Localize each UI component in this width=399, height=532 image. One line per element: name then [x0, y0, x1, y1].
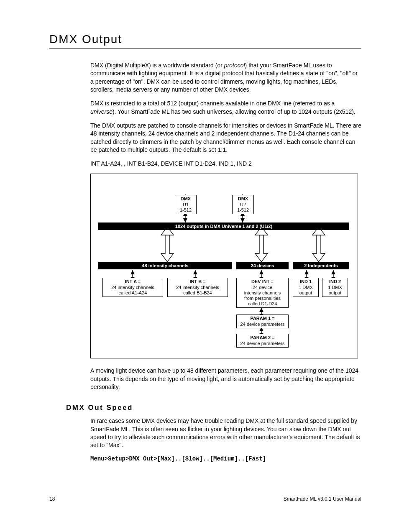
ind2-l2: output: [329, 290, 342, 295]
svg-marker-16: [259, 270, 263, 274]
param1-l: 24 device parameters: [240, 322, 285, 327]
svg-marker-10: [312, 235, 325, 262]
dev-int-l3: from personalities: [244, 296, 281, 301]
dmx-u1-l3: 1-512: [180, 207, 192, 212]
svg-marker-22: [259, 308, 263, 312]
svg-marker-14: [193, 270, 197, 274]
dev-int-l4: called D1-D24: [248, 301, 277, 306]
bar-48-intensity: 48 intensity channels: [98, 262, 232, 269]
bar-24-devices: 24 devices: [236, 262, 289, 269]
title-rule: [49, 49, 361, 49]
box-int-a: INT A = 24 intensity channels called A1-…: [102, 278, 163, 297]
box-dmx-u1: DMX U1 1-512: [175, 195, 197, 214]
paragraph-3: The DMX outputs are patched to console c…: [90, 122, 361, 154]
box-dev-int: DEV INT = 24 device intensity channels f…: [236, 278, 289, 308]
dev-int-title: DEV INT =: [251, 279, 274, 284]
bar-1024-outputs: 1024 outputs in DMX Universe 1 and 2 (U1…: [98, 223, 349, 230]
p1-italic: protocol: [224, 62, 245, 69]
paragraph-2: DMX is restricted to a total of 512 (out…: [90, 100, 361, 116]
p2-italic: universe: [90, 108, 113, 115]
box-param-2: PARAM 2 = 24 device parameters: [236, 334, 289, 347]
paragraph-4: INT A1-A24, , INT B1-B24, DEVICE INT D1-…: [90, 160, 361, 168]
box-dmx-u2: DMX U2 1-512: [232, 195, 254, 214]
param1-title: PARAM 1 =: [250, 316, 274, 321]
ind1-title: IND 1: [300, 279, 312, 284]
footer-manual-name: SmartFade ML v3.0.1 User Manual: [284, 496, 361, 502]
page-title: DMX Output: [49, 33, 361, 46]
svg-marker-18: [304, 270, 309, 274]
int-a-l2: called A1-A24: [119, 290, 147, 295]
int-b-title: INT B =: [189, 279, 205, 284]
dmx-u2-l2: U2: [240, 202, 246, 207]
dmx-u1-l1: DMX: [181, 196, 191, 201]
int-b-l2: called B1-B24: [183, 290, 212, 295]
box-param-1: PARAM 1 = 24 device parameters: [236, 315, 289, 328]
dmx-u2-l3: 1-512: [237, 207, 249, 212]
paragraph-5: A moving light device can have up to 48 …: [90, 367, 361, 391]
dmx-u1-l2: U1: [183, 202, 189, 207]
paragraph-1: DMX (Digital MultipleX) is a worldwide s…: [90, 61, 361, 94]
paragraph-6: In rare cases some DMX devices may have …: [90, 417, 361, 449]
subheading-dmx-out-speed: DMX Out Speed: [66, 404, 361, 412]
p2-b: ). Your SmartFade ML has two such univer…: [113, 108, 356, 115]
dmx-diagram: DMX U1 1-512 DMX U2 1-512 1024 outputs i…: [90, 174, 358, 358]
dev-int-l1: 24 device: [253, 285, 272, 290]
ind2-title: IND 2: [329, 279, 341, 284]
int-a-title: INT A =: [125, 279, 141, 284]
svg-marker-5: [240, 218, 245, 223]
ind2-l1: 1 DMX: [328, 285, 342, 290]
box-ind-1: IND 1 1 DMX output: [293, 278, 319, 297]
ind1-l1: 1 DMX: [299, 285, 313, 290]
param2-l: 24 device parameters: [240, 341, 285, 346]
svg-marker-6: [161, 235, 174, 262]
int-a-l1: 24 intensity channels: [111, 285, 154, 290]
dmx-u2-l1: DMX: [238, 196, 248, 201]
svg-marker-8: [255, 235, 268, 262]
int-b-l1: 24 intensity channels: [176, 285, 219, 290]
dev-int-l2: intensity channels: [244, 290, 281, 295]
bar-2-independents: 2 Independents: [293, 262, 349, 269]
svg-marker-12: [130, 270, 135, 274]
p1-a: DMX (Digital MultipleX) is a worldwide s…: [90, 62, 224, 69]
menu-path: Menu>Setup>DMX Out>[Max]..[Slow]..[Mediu…: [90, 455, 361, 462]
param2-title: PARAM 2 =: [250, 335, 274, 340]
p2-a: DMX is restricted to a total of 512 (out…: [90, 100, 335, 107]
box-int-b: INT B = 24 intensity channels called B1-…: [167, 278, 228, 297]
box-ind-2: IND 2 1 DMX output: [322, 278, 348, 297]
svg-marker-3: [183, 218, 187, 223]
ind1-l2: output: [299, 290, 312, 295]
page-number: 18: [49, 496, 55, 502]
svg-marker-20: [331, 270, 335, 274]
